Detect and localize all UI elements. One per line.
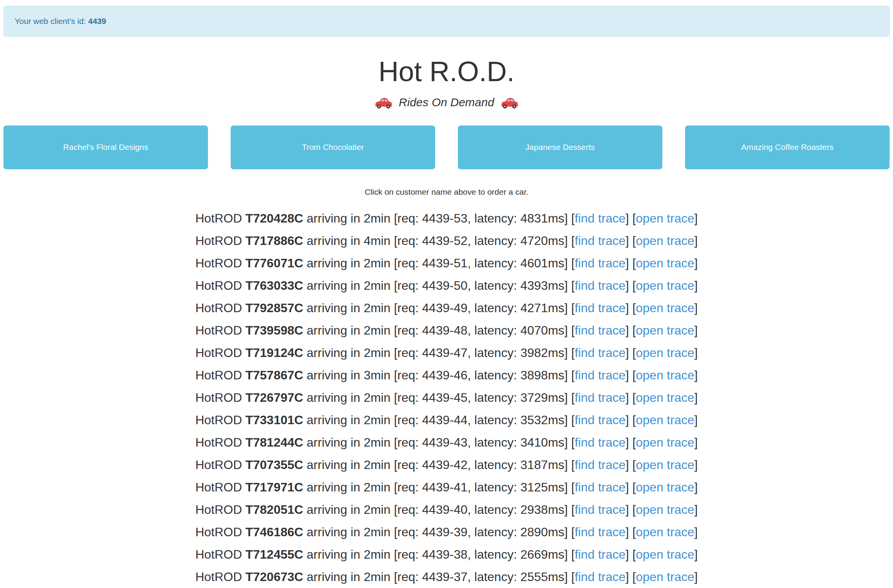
latency-label: , latency: (468, 256, 517, 270)
find-trace-link[interactable]: find trace (575, 368, 626, 382)
open-trace-link[interactable]: open trace (636, 346, 694, 360)
open-trace-link[interactable]: open trace (636, 368, 694, 382)
close-bracket: ] (626, 279, 629, 292)
close-bracket: ] (626, 525, 629, 539)
ride-prefix: HotROD (195, 234, 242, 248)
eta-text: arriving in 2min (307, 391, 391, 404)
find-trace-link[interactable]: find trace (575, 211, 626, 225)
close-bracket: ] (694, 435, 698, 449)
driver-id: T719124C (245, 346, 303, 360)
open-trace-link[interactable]: open trace (636, 525, 694, 539)
close-bracket: ] (565, 211, 568, 225)
customer-button[interactable]: Amazing Coffee Roasters (685, 126, 890, 169)
open-trace-link[interactable]: open trace (636, 503, 694, 517)
open-bracket: [ (633, 368, 636, 382)
latency-label: , latency: (468, 503, 517, 517)
open-bracket: [ (571, 570, 575, 584)
open-bracket: [ (571, 503, 575, 517)
open-trace-link[interactable]: open trace (636, 256, 694, 270)
find-trace-link[interactable]: find trace (575, 570, 626, 584)
open-trace-link[interactable]: open trace (636, 323, 694, 337)
close-bracket: ] (694, 368, 698, 382)
open-bracket: [ (633, 391, 636, 404)
open-trace-link[interactable]: open trace (636, 480, 694, 494)
ride-status-row: HotROD T739598C arriving in 2min [req: 4… (0, 319, 893, 342)
latency-label: , latency: (468, 525, 517, 539)
driver-id: T763033C (245, 279, 303, 292)
req-id: 4439-48 (422, 323, 467, 337)
driver-id: T757867C (245, 368, 303, 382)
find-trace-link[interactable]: find trace (575, 458, 626, 472)
find-trace-link[interactable]: find trace (575, 525, 626, 539)
open-trace-link[interactable]: open trace (636, 547, 694, 561)
latency-value: 4601ms (520, 256, 565, 270)
find-trace-link[interactable]: find trace (575, 413, 626, 427)
customer-button[interactable]: Rachel's Floral Designs (3, 126, 208, 169)
req-id: 4439-41 (422, 480, 467, 494)
open-bracket: [ (633, 256, 636, 270)
latency-value: 3532ms (520, 413, 565, 427)
close-bracket: ] (565, 547, 568, 561)
find-trace-link[interactable]: find trace (575, 547, 626, 561)
close-bracket: ] (626, 503, 629, 517)
open-bracket: [ (633, 503, 636, 517)
eta-text: arriving in 2min (307, 570, 391, 584)
close-bracket: ] (626, 368, 629, 382)
open-bracket: [ (571, 435, 575, 449)
close-bracket: ] (626, 458, 629, 472)
req-label: [req: (394, 211, 418, 225)
ride-prefix: HotROD (195, 323, 242, 337)
open-trace-link[interactable]: open trace (636, 234, 694, 248)
req-label: [req: (394, 503, 418, 517)
latency-value: 3410ms (520, 435, 565, 449)
find-trace-link[interactable]: find trace (575, 323, 626, 337)
latency-label: , latency: (468, 301, 517, 315)
ride-prefix: HotROD (195, 547, 242, 561)
open-trace-link[interactable]: open trace (636, 391, 694, 404)
driver-id: T720428C (245, 211, 303, 225)
ride-prefix: HotROD (195, 458, 242, 472)
close-bracket: ] (694, 413, 698, 427)
latency-label: , latency: (468, 570, 517, 584)
latency-value: 2669ms (520, 547, 565, 561)
req-label: [req: (394, 435, 418, 449)
eta-text: arriving in 2min (307, 279, 391, 292)
ride-status-row: HotROD T719124C arriving in 2min [req: 4… (0, 342, 893, 364)
open-bracket: [ (633, 480, 636, 494)
open-bracket: [ (633, 234, 636, 248)
open-bracket: [ (633, 301, 636, 315)
find-trace-link[interactable]: find trace (575, 234, 626, 248)
find-trace-link[interactable]: find trace (575, 256, 626, 270)
ride-status-row: HotROD T763033C arriving in 2min [req: 4… (0, 274, 893, 297)
find-trace-link[interactable]: find trace (575, 279, 626, 292)
find-trace-link[interactable]: find trace (575, 435, 626, 449)
find-trace-link[interactable]: find trace (575, 301, 626, 315)
find-trace-link[interactable]: find trace (575, 391, 626, 404)
open-trace-link[interactable]: open trace (636, 279, 694, 292)
req-label: [req: (394, 391, 418, 404)
find-trace-link[interactable]: find trace (575, 480, 626, 494)
latency-value: 4831ms (520, 211, 565, 225)
open-trace-link[interactable]: open trace (636, 211, 694, 225)
ride-prefix: HotROD (195, 211, 242, 225)
open-bracket: [ (633, 458, 636, 472)
close-bracket: ] (694, 346, 698, 360)
close-bracket: ] (626, 234, 629, 248)
ride-status-row: HotROD T707355C arriving in 2min [req: 4… (0, 454, 893, 476)
req-id: 4439-45 (422, 391, 467, 404)
customer-button[interactable]: Trom Chocolatier (231, 126, 435, 169)
open-trace-link[interactable]: open trace (636, 570, 694, 584)
close-bracket: ] (694, 301, 698, 315)
customer-button[interactable]: Japanese Desserts (458, 126, 662, 169)
close-bracket: ] (565, 323, 568, 337)
ride-prefix: HotROD (195, 368, 242, 382)
open-bracket: [ (633, 525, 636, 539)
open-trace-link[interactable]: open trace (636, 458, 694, 472)
find-trace-link[interactable]: find trace (575, 346, 626, 360)
ride-prefix: HotROD (195, 525, 242, 539)
driver-id: T717886C (245, 234, 303, 248)
open-trace-link[interactable]: open trace (636, 301, 694, 315)
open-trace-link[interactable]: open trace (636, 413, 694, 427)
open-trace-link[interactable]: open trace (636, 435, 694, 449)
find-trace-link[interactable]: find trace (575, 503, 626, 517)
